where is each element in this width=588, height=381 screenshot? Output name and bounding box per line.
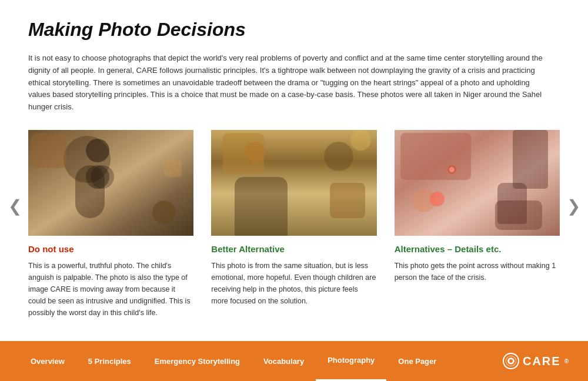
svg-point-2 [509, 359, 513, 363]
card-3-image [395, 130, 560, 236]
nav-item-photography[interactable]: Photography [316, 341, 386, 381]
bottom-nav: Overview 5 Principles Emergency Storytel… [0, 341, 588, 381]
nav-item-photography-label: Photography [328, 356, 375, 365]
card-1-image [28, 130, 193, 236]
next-arrow-icon: ❯ [567, 196, 580, 216]
care-logo-reg: ® [564, 358, 569, 365]
care-logo-text: care [523, 355, 561, 368]
card-2-label: Better Alternative [211, 244, 376, 254]
nav-item-5principles-label: 5 Principles [88, 357, 131, 366]
nav-item-emergency[interactable]: Emergency Storytelling [143, 341, 252, 381]
svg-point-0 [505, 355, 517, 367]
prev-arrow-icon: ❮ [8, 196, 22, 216]
page-title: Making Photo Decisions [28, 19, 560, 41]
care-logo-icon [503, 353, 519, 369]
card-1-text: This is a powerful, truthful photo. The … [28, 260, 193, 319]
main-content: Making Photo Decisions It is not easy to… [0, 0, 588, 341]
card-1-label: Do not use [28, 244, 193, 254]
card-2: Better Alternative This photo is from th… [211, 130, 376, 307]
nav-item-vocabulary-label: Vocabulary [263, 357, 304, 366]
nav-items: Overview 5 Principles Emergency Storytel… [19, 341, 503, 381]
intro-text: It is not easy to choose photographs tha… [28, 52, 546, 113]
nav-item-emergency-label: Emergency Storytelling [155, 357, 240, 366]
card-1: Do not use This is a powerful, truthful … [28, 130, 193, 319]
nav-item-overview-label: Overview [31, 357, 65, 366]
card-2-image [211, 130, 376, 236]
nav-item-vocabulary[interactable]: Vocabulary [252, 341, 316, 381]
next-arrow[interactable]: ❯ [564, 191, 582, 220]
cards-row: Do not use This is a powerful, truthful … [28, 130, 560, 319]
card-2-text: This photo is from the same situation, b… [211, 260, 376, 307]
care-logo: care ® [503, 353, 569, 369]
prev-arrow[interactable]: ❮ [6, 191, 24, 220]
card-3-text: This photo gets the point across without… [395, 260, 560, 283]
card-3: Alternatives – Details etc. This photo g… [395, 130, 560, 283]
nav-item-onepager-label: One Pager [398, 357, 436, 366]
nav-item-onepager[interactable]: One Pager [386, 341, 448, 381]
nav-item-5principles[interactable]: 5 Principles [76, 341, 143, 381]
svg-point-1 [507, 357, 515, 365]
card-3-label: Alternatives – Details etc. [395, 244, 560, 254]
nav-item-overview[interactable]: Overview [19, 341, 76, 381]
